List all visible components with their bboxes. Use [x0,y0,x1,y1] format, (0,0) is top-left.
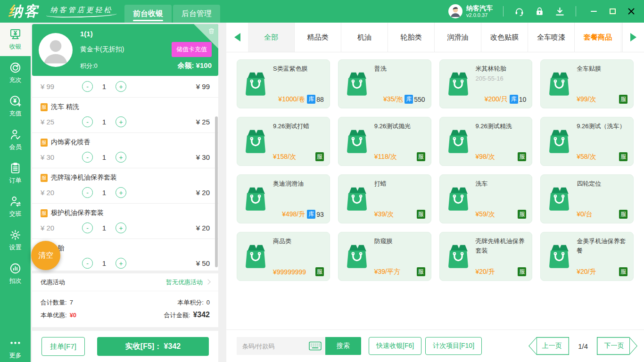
cart-item[interactable]: ¥ 99 - 1 + ¥ 99 [32,76,218,98]
decrease-qty-button[interactable]: - [82,258,93,269]
product-card[interactable]: 洗车 ¥59/次 服 [439,174,533,223]
product-info: 防窥膜 ¥39/平方 服 [374,237,425,276]
cart-item[interactable]: 服 内饰雾化喷香 ¥ 30 - 1 + ¥ 30 [32,133,218,168]
promo-row[interactable]: 优惠活动 暂无优惠活动 [32,273,218,291]
product-card[interactable]: 防窥膜 ¥39/平方 服 [338,232,431,281]
product-price: ¥0/台 [577,210,592,219]
cart-item-price-row: ¥ 20 - 1 + ¥ 20 [41,217,210,239]
category-tab[interactable]: 润滑油 [435,23,481,52]
product-type-badge: 服 [315,152,324,161]
tab-back-admin[interactable]: 后台管理 [173,5,220,23]
product-card[interactable]: 全车贴膜 ¥99/次 服 [540,59,634,108]
sidebar-item[interactable]: 更多 [0,334,31,362]
category-tab[interactable]: 轮胎类 [388,23,435,52]
product-price-row: ¥39/次 服 [374,210,425,219]
hold-order-button[interactable]: 挂单[F7] [41,337,85,356]
decrease-qty-button[interactable]: - [82,81,93,92]
sidebar-item[interactable]: 充值 [0,90,31,123]
product-card[interactable]: 壳牌先锋机油保养套装 ¥20/升 服 [439,232,533,281]
keyboard-icon[interactable] [309,341,322,351]
lock-icon[interactable] [534,6,545,17]
product-card[interactable]: 奥迪润滑油 ¥498/升 库 93 [237,174,330,223]
cart-item-name: 内饰雾化喷香 [51,138,91,147]
sidebar-item[interactable]: 订单 [0,156,31,190]
sidebar-item[interactable]: 扣次 [0,257,31,290]
decrease-qty-button[interactable]: - [82,222,93,233]
product-name: S类蓝紫色膜 [273,64,324,74]
category-tab[interactable]: 全车喷漆 [528,23,575,52]
product-name: 防窥膜 [374,237,425,246]
decrease-qty-button[interactable]: - [82,187,93,198]
remove-member-icon[interactable] [207,27,215,35]
increase-qty-button[interactable]: + [116,152,126,163]
decrease-qty-button[interactable]: - [82,116,93,127]
decrease-qty-button[interactable]: - [82,152,93,163]
stored-card-recharge-button[interactable]: 储值卡充值 [172,42,212,57]
sidebar-item[interactable]: 会员 [0,123,31,156]
increase-qty-button[interactable]: + [116,187,126,198]
category-prev-arrow[interactable] [226,23,248,52]
search-button[interactable]: 搜索 [325,337,361,355]
product-card[interactable]: 9.26测试打蜡 ¥158/次 服 [237,117,330,166]
category-tab[interactable]: 精品类 [295,23,341,52]
pay-button[interactable]: 实收[F5]： ¥342 [97,337,209,356]
clear-cart-button[interactable]: 清空 [31,241,60,270]
product-name: 奥迪润滑油 [273,179,324,189]
sidebar-item[interactable]: 设置 [0,223,31,257]
product-price-row: ¥200/只 库 10 [476,95,527,104]
tab-front-cashier[interactable]: 前台收银 [124,5,172,23]
prev-page-button[interactable]: 上一页 [528,337,569,355]
support-icon[interactable] [514,6,525,17]
product-grid: S类蓝紫色膜 ¥1000/卷 库 88 普洗 ¥35/泡 库 [226,52,644,329]
product-name: 金美孚机油保养套餐 [577,237,627,255]
product-price: ¥200/只 [485,95,508,104]
product-card[interactable]: 商品类 ¥99999999 服 [237,232,330,281]
quick-cashier-button[interactable]: 快速收银[F6] [369,337,421,355]
maximize-button[interactable] [605,4,619,18]
category-next-arrow[interactable] [622,23,644,52]
sidebar-item[interactable]: 充次 [0,56,31,90]
minimize-button[interactable] [586,4,601,18]
cart-item-name-row: 商 轮胎 [41,239,210,253]
product-card[interactable]: 四轮定位 ¥0/台 服 [540,174,634,223]
increase-qty-button[interactable]: + [116,116,126,127]
shopping-bag-icon [446,126,471,156]
cart-item[interactable]: 服 壳牌瑞净机油保养套装 ¥ 20 - 1 + ¥ 20 [32,168,218,204]
cart-item[interactable]: 服 洗车 精洗 ¥ 25 - 1 + ¥ 25 [32,98,218,133]
close-icon [628,8,635,15]
download-icon[interactable] [554,6,565,17]
product-card[interactable]: 9.26测试抛光 ¥118/次 服 [338,117,431,166]
increase-qty-button[interactable]: + [116,81,126,92]
product-card[interactable]: 普洗 ¥35/泡 库 550 [338,59,431,108]
product-card[interactable]: 打蜡 ¥39/次 服 [338,174,431,223]
product-name: 9.26测试打蜡 [273,122,324,131]
product-price-row: ¥39/平方 服 [374,267,425,276]
increase-qty-button[interactable]: + [116,222,126,233]
product-type-badge: 服 [315,267,324,276]
cart-scrollbar[interactable] [215,116,218,267]
category-tab[interactable]: 改色贴膜 [481,23,528,52]
checkout-actions: 挂单[F7] 实收[F5]： ¥342 [32,331,218,362]
sidebar-item-icon [9,262,22,275]
user-avatar[interactable] [448,4,462,18]
increase-qty-button[interactable]: + [116,258,126,269]
next-page-button[interactable]: 下一页 [597,337,637,355]
category-tab[interactable]: 套餐商品 [575,23,621,52]
count-item-button[interactable]: 计次项目[F10] [425,337,482,355]
product-card[interactable]: 9.26测试精洗 ¥98/次 服 [439,117,533,166]
product-card[interactable]: 米其林轮胎 205-55-16 ¥200/只 库 10 [439,59,533,108]
cart-item[interactable]: 服 极护机油保养套装 ¥ 20 - 1 + ¥ 20 [32,204,218,239]
cart-item-qty: 1 [93,82,116,90]
sidebar-item[interactable]: 收银 [0,23,31,56]
product-card[interactable]: 金美孚机油保养套餐 ¥20/升 服 [540,232,634,281]
product-card[interactable]: S类蓝紫色膜 ¥1000/卷 库 88 [237,59,330,108]
shopping-bag-icon [446,241,471,272]
category-tab[interactable]: 全部 [248,23,295,52]
barcode-input[interactable] [242,343,309,350]
member-info: 1(1) 黄金卡(无折扣) 储值卡充值 积分:0 余额: ¥100 [80,30,212,70]
product-type-badge: 库 [405,95,413,104]
close-button[interactable] [624,4,638,18]
product-card[interactable]: 9.26测试（洗车） ¥58/次 服 [540,117,634,166]
category-tab[interactable]: 机油 [341,23,388,52]
sidebar-item[interactable]: 交班 [0,190,31,223]
